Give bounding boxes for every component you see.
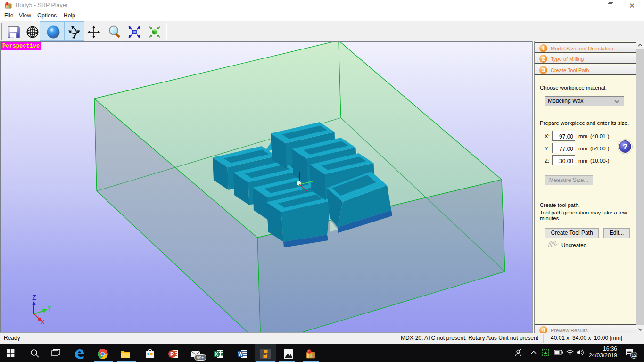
svg-text:X: X — [215, 352, 218, 357]
svg-text:Y: Y — [47, 305, 51, 313]
svg-text:P: P — [170, 351, 174, 358]
svg-text:X: X — [41, 319, 45, 327]
svg-text:Z: Z — [32, 294, 36, 302]
svg-text:W: W — [238, 352, 243, 357]
